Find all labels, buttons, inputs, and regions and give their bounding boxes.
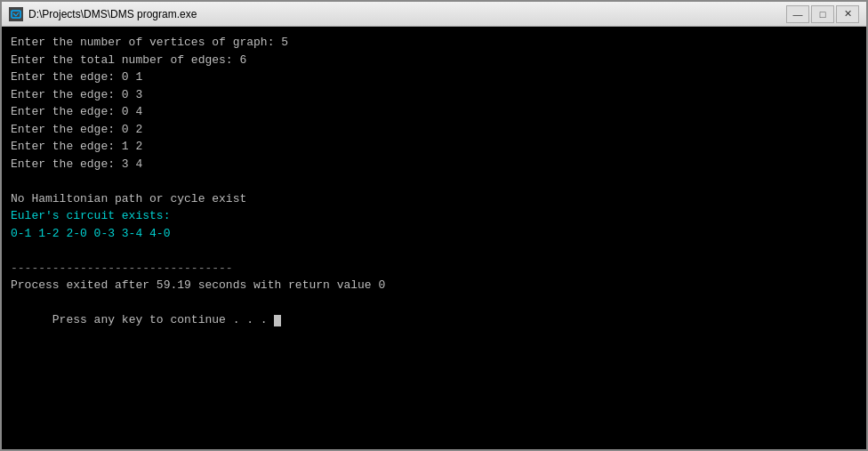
window-title: D:\Projects\DMS\DMS program.exe (28, 8, 786, 20)
console-line-13 (11, 242, 857, 260)
console-line-16: Press any key to continue . . . (11, 294, 857, 347)
console-output: Enter the number of vertices of graph: 5… (2, 27, 866, 449)
close-button[interactable]: ✕ (836, 5, 859, 23)
console-line-10: No Hamiltonian path or cycle exist (11, 190, 857, 208)
console-line-3: Enter the edge: 0 1 (11, 68, 857, 86)
console-line-5: Enter the edge: 0 4 (11, 103, 857, 121)
title-bar: D:\Projects\DMS\DMS program.exe — □ ✕ (2, 2, 866, 27)
svg-line-1 (13, 13, 16, 16)
console-line-6: Enter the edge: 0 2 (11, 121, 857, 139)
svg-rect-0 (12, 11, 20, 18)
svg-line-2 (16, 12, 19, 16)
console-line-12: 0-1 1-2 2-0 0-3 3-4 4-0 (11, 225, 857, 243)
console-line-14: -------------------------------- (11, 260, 857, 278)
console-line-15: Process exited after 59.19 seconds with … (11, 277, 857, 294)
console-line-11: Euler's circuit exists: (11, 207, 857, 225)
main-window: D:\Projects\DMS\DMS program.exe — □ ✕ En… (0, 0, 868, 451)
minimize-button[interactable]: — (786, 5, 809, 23)
console-line-4: Enter the edge: 0 3 (11, 86, 857, 104)
window-controls: — □ ✕ (786, 5, 859, 23)
console-line-8: Enter the edge: 3 4 (11, 156, 857, 173)
maximize-button[interactable]: □ (811, 5, 834, 23)
console-line-2: Enter the total number of edges: 6 (11, 52, 857, 69)
cursor (274, 315, 281, 326)
console-line-7: Enter the edge: 1 2 (11, 138, 857, 156)
app-icon (9, 7, 23, 21)
console-line-9 (11, 173, 857, 190)
press-any-key-text: Press any key to continue . . . (52, 313, 275, 326)
console-line-1: Enter the number of vertices of graph: 5 (11, 34, 857, 52)
